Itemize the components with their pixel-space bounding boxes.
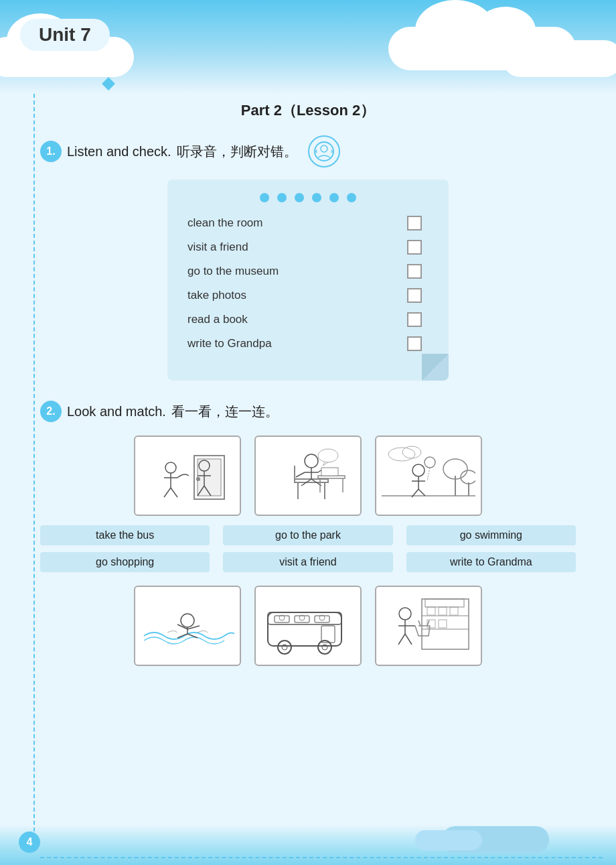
svg-point-36 [412, 464, 425, 476]
svg-point-43 [425, 457, 435, 468]
page-number: 4 [19, 831, 40, 853]
section1-header: 1. Listen and check. 听录音，判断对错。 [40, 135, 576, 168]
checklist-item-6: write to Grandpa [187, 336, 429, 351]
match-images-top [40, 436, 576, 516]
svg-point-41 [388, 448, 415, 461]
checklist-label-2: visit a friend [187, 241, 248, 254]
svg-point-57 [278, 641, 291, 654]
checkbox-4[interactable] [407, 288, 422, 303]
label-go-park: go to the park [223, 525, 392, 545]
outdoor-illustration [382, 442, 475, 509]
checklist-item-2: visit a friend [187, 240, 429, 255]
checklist-notepad: clean the room visit a friend go to the … [167, 180, 449, 381]
section2-number: 2. [40, 401, 62, 422]
section2: 2. Look and match. 看一看，连一连。 [40, 401, 576, 666]
label-write-grandma: write to Grandma [406, 552, 576, 572]
match-image-4 [134, 586, 241, 666]
match-image-1 [134, 436, 241, 516]
dot-6 [347, 193, 356, 202]
svg-rect-69 [450, 607, 458, 615]
checkbox-6[interactable] [407, 336, 422, 351]
svg-rect-72 [425, 599, 464, 607]
checklist-item-5: read a book [187, 312, 429, 327]
svg-rect-67 [427, 607, 435, 615]
svg-point-30 [318, 449, 338, 462]
section2-instruction-cn: 看一看，连一连。 [171, 403, 279, 421]
match-image-6 [375, 586, 482, 666]
bottom-dotted-border [40, 857, 603, 858]
svg-point-1 [321, 145, 327, 152]
notepad-curl [422, 354, 449, 381]
checklist-label-1: clean the room [187, 216, 262, 230]
svg-line-13 [164, 488, 171, 497]
svg-rect-71 [439, 620, 447, 628]
checklist-label-6: write to Grandpa [187, 337, 272, 350]
sitting-illustration [261, 442, 355, 509]
svg-point-0 [315, 142, 333, 161]
listen-icon [308, 135, 340, 168]
svg-rect-26 [318, 476, 345, 478]
match-image-5 [254, 586, 362, 666]
svg-line-40 [418, 489, 425, 496]
svg-point-42 [402, 446, 421, 458]
svg-point-4 [196, 477, 200, 481]
unit-label: Unit 7 [20, 19, 110, 51]
svg-line-79 [418, 620, 420, 626]
cloud-bottom-2 [415, 830, 482, 850]
label-visit-friend: visit a friend [223, 552, 392, 572]
svg-line-48 [187, 626, 200, 629]
match-image-2 [254, 436, 362, 516]
shopping-illustration [382, 592, 475, 659]
section2-header: 2. Look and match. 看一看，连一连。 [40, 401, 576, 422]
section2-instruction-en: Look and match. [67, 404, 166, 419]
checklist-label-3: go to the museum [187, 265, 279, 278]
bus-illustration [261, 592, 355, 659]
svg-point-45 [181, 614, 194, 627]
label-take-bus: take the bus [40, 525, 210, 545]
svg-line-14 [171, 488, 177, 497]
main-content: Part 2（Lesson 2） 1. Listen and check. 听录… [0, 0, 616, 693]
dot-1 [260, 193, 269, 202]
notepad-dots [187, 193, 429, 202]
checkbox-5[interactable] [407, 312, 422, 327]
checkbox-1[interactable] [407, 216, 422, 230]
dot-3 [295, 193, 304, 202]
svg-rect-54 [295, 616, 309, 622]
checkbox-3[interactable] [407, 264, 422, 279]
section1-instruction-en: Listen and check. [67, 144, 171, 159]
section1-number: 1. [40, 141, 62, 162]
section1-instruction-cn: 听录音，判断对错。 [177, 143, 297, 161]
visit-friend-illustration [141, 442, 234, 509]
swimming-illustration [141, 592, 234, 659]
svg-rect-68 [439, 607, 447, 615]
match-labels-grid: take the bus go to the park go swimming … [40, 525, 576, 572]
match-image-3 [375, 436, 482, 516]
checklist-item-3: go to the museum [187, 264, 429, 279]
label-go-shopping: go shopping [40, 552, 210, 572]
svg-line-44 [427, 468, 430, 481]
svg-line-24 [296, 472, 305, 477]
svg-line-77 [405, 634, 412, 645]
svg-line-76 [398, 634, 405, 645]
checklist-label-4: take photos [187, 289, 246, 302]
listen-svg [313, 140, 335, 163]
svg-rect-53 [275, 616, 289, 622]
dot-4 [312, 193, 321, 202]
svg-rect-55 [315, 616, 329, 622]
svg-rect-64 [422, 599, 469, 649]
part-title: Part 2（Lesson 2） [40, 101, 576, 121]
svg-rect-29 [321, 468, 338, 476]
checklist-item-1: clean the room [187, 216, 429, 230]
checkbox-2[interactable] [407, 240, 422, 255]
match-images-bottom [40, 586, 576, 666]
svg-point-10 [165, 462, 176, 473]
checklist-label-5: read a book [187, 313, 248, 326]
svg-point-19 [305, 454, 318, 468]
svg-point-73 [399, 608, 411, 620]
dot-5 [329, 193, 339, 202]
dot-2 [277, 193, 287, 202]
checklist-item-4: take photos [187, 288, 429, 303]
label-go-swimming: go swimming [406, 525, 576, 545]
